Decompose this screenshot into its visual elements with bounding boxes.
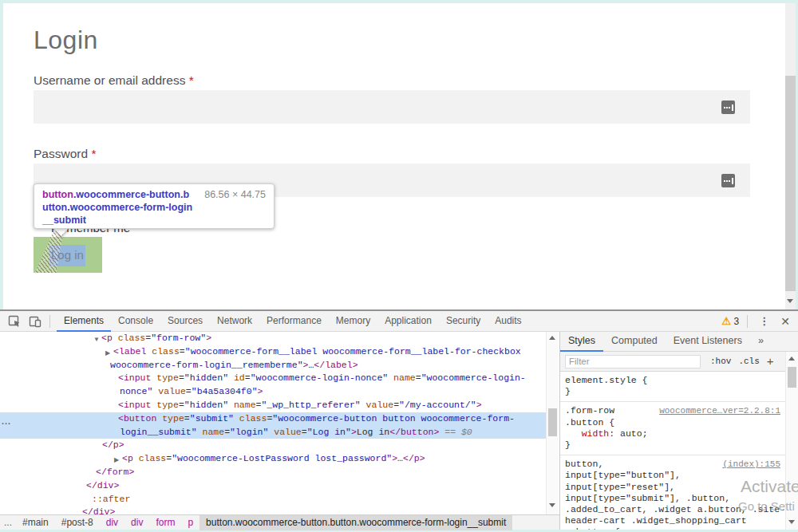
dom-node-line[interactable]: ::after xyxy=(0,493,546,506)
dom-node-line[interactable]: <input type="hidden" name="_wp_http_refe… xyxy=(0,399,546,412)
tooltip-dimensions: 86.56 × 44.75 xyxy=(204,188,266,201)
devtools-tab-elements[interactable]: Elements xyxy=(57,311,111,332)
username-label: Username or email address * xyxy=(34,73,194,88)
css-rule[interactable]: woocommerce…ver=2.2.8:1.form-row.button … xyxy=(560,402,785,455)
sidebar-tab-styles[interactable]: Styles xyxy=(560,332,603,352)
devtools-tabs: ElementsConsoleSourcesNetworkPerformance… xyxy=(57,311,529,332)
activate-windows-watermark: Activate xyxy=(741,477,798,496)
dom-node-line[interactable]: ▼<p class="form-row"> xyxy=(0,332,546,345)
dom-node-line[interactable]: <input type="hidden" id="woocommerce-log… xyxy=(0,372,546,385)
devtools-tab-network[interactable]: Network xyxy=(210,311,259,332)
page-title: Login xyxy=(34,26,98,55)
devtools-tab-performance[interactable]: Performance xyxy=(259,311,329,332)
hover-state-toggle[interactable]: :hov xyxy=(710,357,731,366)
device-toolbar-icon[interactable] xyxy=(29,315,41,328)
styles-filter-input[interactable]: Filter xyxy=(565,355,701,368)
required-marker: * xyxy=(189,73,194,87)
password-label: Password * xyxy=(34,147,96,161)
toolbar-separator xyxy=(747,315,748,328)
dom-node-line[interactable]: woocommerce-form-login__rememberme">…</l… xyxy=(0,359,546,372)
breadcrumb-item[interactable]: #main xyxy=(16,515,55,530)
breadcrumb-item[interactable]: form xyxy=(149,515,181,530)
dom-node-line[interactable]: </div> xyxy=(0,506,546,514)
warning-icon: ⚠ xyxy=(722,315,732,327)
credentials-icon[interactable] xyxy=(721,100,735,114)
username-input[interactable] xyxy=(34,90,750,124)
styles-filter-bar: Filter :hov .cls + xyxy=(560,352,798,372)
inspect-tooltip: button.woocommerce-button.b utton.woocom… xyxy=(34,183,275,229)
breadcrumb: ...#main#post-8divdivformpbutton.woocomm… xyxy=(0,514,559,530)
devtools-tab-memory[interactable]: Memory xyxy=(329,311,377,332)
dom-node-line[interactable]: </p> xyxy=(0,439,546,452)
breadcrumb-item[interactable]: button.woocommerce-button.button.woocomm… xyxy=(200,515,512,530)
dom-node-line[interactable]: ▶<p class="woocommerce-LostPassword lost… xyxy=(0,452,546,466)
breadcrumb-item[interactable]: div xyxy=(124,515,149,530)
stylesheet-link[interactable]: woocommerce…ver=2.2.8:1 xyxy=(659,405,780,416)
webpage-viewport: Login Username or email address * Passwo… xyxy=(0,0,798,311)
devtools-tab-audits[interactable]: Audits xyxy=(488,311,528,332)
dom-node-line[interactable]: </form> xyxy=(0,466,546,479)
breadcrumb-item[interactable]: ... xyxy=(0,515,16,530)
scroll-up-icon[interactable] xyxy=(549,336,555,340)
class-toggle[interactable]: .cls xyxy=(738,357,759,366)
sidebar-tabs: StylesComputedEvent Listeners» xyxy=(560,332,798,352)
devtools-tab-sources[interactable]: Sources xyxy=(160,311,210,332)
toolbar-separator xyxy=(49,315,50,328)
credentials-icon[interactable] xyxy=(721,174,735,187)
elements-scrollbar-thumb[interactable] xyxy=(548,408,557,436)
sidebar-tab-computed[interactable]: Computed xyxy=(603,332,666,352)
devtools-toolbar: ElementsConsoleSourcesNetworkPerformance… xyxy=(0,311,798,332)
breadcrumb-item[interactable]: p xyxy=(181,515,200,530)
devtools-tab-console[interactable]: Console xyxy=(111,311,160,332)
dom-node-line[interactable]: </div> xyxy=(0,479,546,493)
dom-node-line[interactable]: ▶<label class="woocommerce-form__label w… xyxy=(0,345,546,359)
dom-node-line[interactable]: nonce" value="b4a5a304f0"> xyxy=(0,385,546,399)
scroll-down-icon[interactable] xyxy=(787,299,793,303)
console-warning-badge[interactable]: ⚠ 3 xyxy=(722,315,740,327)
scroll-up-icon[interactable] xyxy=(788,357,795,361)
scroll-down-icon[interactable] xyxy=(549,503,555,507)
elements-tree: ▼<p class="form-row">▶<label class="wooc… xyxy=(0,332,546,514)
css-rule[interactable]: element.style {} xyxy=(560,372,785,402)
styles-scrollbar-thumb[interactable] xyxy=(788,367,796,388)
activate-windows-watermark-line2: Go to Setti xyxy=(738,499,795,513)
devtools-menu-icon[interactable]: ⋮ xyxy=(759,315,769,327)
breadcrumb-item[interactable]: div xyxy=(100,515,124,530)
required-marker: * xyxy=(91,147,96,160)
breadcrumb-item[interactable]: #post-8 xyxy=(55,515,100,530)
stylesheet-link[interactable]: (index):155 xyxy=(722,459,780,470)
devtools-tab-application[interactable]: Application xyxy=(377,311,439,332)
devtools-close-icon[interactable]: ✕ xyxy=(780,315,790,328)
scroll-down-icon[interactable] xyxy=(788,520,795,524)
sidebar-tab-event-listeners[interactable]: Event Listeners xyxy=(666,332,750,352)
devtools-tab-security[interactable]: Security xyxy=(439,311,488,332)
login-button-label: Log in xyxy=(51,248,84,262)
tooltip-tag: button xyxy=(42,189,73,200)
selected-dom-node-line[interactable]: login__submit" name="login" value="Log i… xyxy=(0,426,546,439)
window-edge-top xyxy=(0,0,798,3)
new-style-rule-icon[interactable]: + xyxy=(767,354,774,368)
selected-node-gutter-dots[interactable]: ... xyxy=(2,416,13,426)
window-edge-left xyxy=(0,0,3,311)
inspect-element-icon[interactable] xyxy=(8,315,21,328)
selected-dom-node-line[interactable]: <button type="submit" class="woocommerce… xyxy=(0,412,546,426)
page-scrollbar-thumb[interactable] xyxy=(785,76,796,291)
sidebar-tab--[interactable]: » xyxy=(750,332,772,352)
